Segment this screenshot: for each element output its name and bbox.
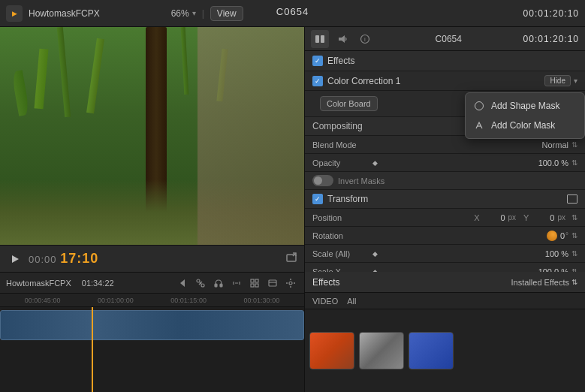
installed-effects-arrow[interactable]: ⇅ — [571, 278, 577, 286]
app-logo: ▶ — [6, 5, 23, 22]
hide-button[interactable]: Hide — [544, 75, 571, 86]
position-label: Position — [312, 213, 372, 222]
position-row: Position X 0 px Y 0 px ⇅ — [305, 209, 585, 227]
timeline-trim-icon[interactable] — [193, 276, 208, 291]
blend-mode-label: Blend Mode — [312, 140, 372, 149]
timeline-back-icon[interactable] — [175, 276, 190, 291]
effects-section-header: Effects — [305, 51, 585, 71]
rotation-stepper[interactable]: ⇅ — [571, 231, 577, 240]
timeline-settings-icon[interactable] — [283, 276, 298, 291]
main-content: 00:00 17:10 — [0, 27, 585, 272]
position-y-label: Y — [523, 213, 529, 222]
invert-masks-label: Invert Masks — [338, 176, 384, 185]
add-color-mask-label: Add Color Mask — [491, 120, 555, 131]
add-color-mask-item[interactable]: Add Color Mask — [466, 116, 584, 135]
top-timecode: 00:01:20:10 — [523, 8, 579, 19]
svg-rect-17 — [251, 284, 254, 287]
svg-marker-0 — [12, 255, 19, 263]
timeline-clip-name: HowtomaskFCPX — [6, 279, 71, 288]
add-shape-mask-item[interactable]: Add Shape Mask — [466, 96, 584, 116]
effect-thumbnail-1[interactable] — [309, 332, 354, 369]
timeline-toolbar: HowtomaskFCPX 01:34:22 — [0, 273, 304, 294]
effects-grid — [305, 309, 585, 392]
timeline-link-icon[interactable] — [229, 276, 244, 291]
compositing-label: Compositing — [312, 121, 363, 131]
installed-effects-label: Installed Effects ⇅ — [511, 278, 577, 287]
scale-all-diamond: ◆ — [372, 250, 378, 258]
scale-x-row: Scale X ◆ 100.0 % ⇅ — [305, 263, 585, 272]
project-title: HowtomaskFCPX — [29, 8, 100, 19]
timeline-grid-icon[interactable] — [247, 276, 262, 291]
view-button[interactable]: View — [210, 6, 243, 21]
svg-rect-15 — [251, 279, 254, 282]
opacity-label: Opacity — [312, 158, 372, 167]
play-button[interactable] — [8, 252, 23, 267]
color-board-button[interactable]: Color Board — [320, 96, 378, 111]
effects-checkbox[interactable] — [312, 56, 323, 66]
ruler-tick-2: 00:01:00:00 — [79, 297, 152, 304]
timeline-icon-group — [175, 276, 298, 291]
position-stepper[interactable]: ⇅ — [571, 213, 577, 222]
position-y-unit: px — [557, 213, 565, 222]
effects-browser-tab[interactable]: Effects — [312, 277, 339, 288]
svg-point-10 — [201, 284, 204, 287]
color-correction-checkbox[interactable] — [312, 76, 323, 86]
svg-rect-18 — [255, 284, 258, 287]
rotation-value[interactable]: 0 — [560, 231, 565, 240]
position-x-value[interactable]: 0 — [483, 213, 505, 222]
expand-button[interactable] — [286, 252, 297, 265]
inspector-info-icon[interactable]: i — [356, 30, 374, 48]
svg-text:i: i — [364, 36, 366, 43]
scale-all-value[interactable]: 100 % — [545, 249, 568, 258]
inspector-effects-icon[interactable] — [311, 30, 329, 48]
bottom-area: HowtomaskFCPX 01:34:22 — [0, 272, 585, 392]
timeline-ruler: 00:00:45:00 00:01:00:00 00:01:15:00 00:0… — [0, 294, 304, 307]
scale-all-stepper[interactable]: ⇅ — [571, 249, 577, 258]
all-filter-label[interactable]: All — [347, 297, 356, 306]
inspector-toolbar: i C0654 00:01:20:10 — [305, 27, 585, 51]
mask-dropdown-menu: Add Shape Mask Add Color Mask — [465, 92, 585, 139]
transform-header: Transform — [305, 190, 585, 209]
ruler-tick-1: 00:00:45:00 — [6, 297, 79, 304]
rotation-knob[interactable] — [547, 231, 557, 241]
color-correction-name: Color Correction 1 — [327, 76, 544, 86]
blend-mode-arrows[interactable]: ⇅ — [571, 140, 577, 149]
current-timecode: 00:00 17:10 — [29, 251, 98, 267]
effect-thumbnail-3[interactable] — [409, 332, 454, 369]
add-shape-mask-label: Add Shape Mask — [491, 101, 559, 111]
video-controls: 00:00 17:10 — [0, 245, 304, 272]
timeline-headphone-icon[interactable] — [211, 276, 226, 291]
timeline-clip-icon[interactable] — [265, 276, 280, 291]
timeline-clip[interactable] — [0, 310, 304, 340]
blend-mode-value: Normal — [542, 140, 568, 149]
color-correction-chevron[interactable]: ▾ — [574, 77, 577, 85]
position-x-unit: px — [508, 213, 517, 222]
effect-thumbnail-2[interactable] — [359, 332, 404, 369]
svg-rect-13 — [215, 284, 217, 287]
svg-rect-3 — [321, 35, 324, 43]
svg-rect-1 — [287, 255, 296, 261]
ruler-tick-4: 00:01:30:00 — [225, 297, 298, 304]
inspector-audio-icon[interactable] — [333, 30, 351, 48]
effects-filter-row: VIDEO All — [305, 293, 585, 309]
opacity-stepper[interactable]: ⇅ — [571, 158, 577, 167]
transform-checkbox[interactable] — [312, 194, 323, 204]
color-mask-icon — [473, 119, 485, 131]
timeline-duration: 01:34:22 — [82, 279, 114, 288]
transform-rect-icon — [567, 194, 577, 204]
timecode-hours: 00:00 — [29, 254, 57, 265]
zoom-dropdown-icon[interactable]: ▾ — [192, 9, 196, 17]
effects-title: Effects — [327, 56, 354, 66]
shape-mask-icon — [473, 100, 485, 112]
video-panel: 00:00 17:10 — [0, 27, 304, 272]
scale-all-row: Scale (All) ◆ 100 % ⇅ — [305, 245, 585, 263]
opacity-value[interactable]: 100.0 % — [538, 158, 568, 167]
timeline-track — [0, 307, 304, 392]
svg-point-9 — [197, 279, 200, 282]
effects-browser-panel: Effects Installed Effects ⇅ VIDEO All — [304, 272, 585, 392]
svg-point-21 — [289, 282, 292, 285]
position-y-value[interactable]: 0 — [532, 213, 554, 222]
zoom-level[interactable]: 66% — [171, 8, 189, 19]
rotation-row: Rotation 0 ° ⇅ — [305, 227, 585, 245]
invert-masks-toggle[interactable] — [312, 175, 333, 186]
